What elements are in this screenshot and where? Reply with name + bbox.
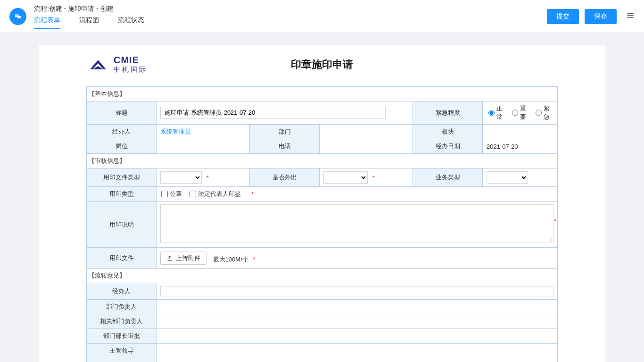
section-audit: 【审核信息】 [87,154,558,168]
urgency-radio-important[interactable]: 重要 [512,104,530,121]
page-title: 印章施印申请 [86,58,558,72]
label-op-approver: 批准人 [87,358,157,362]
op-approver-value [157,358,558,362]
label-seal-desc: 用印说明 [87,202,157,248]
op-handler-input[interactable] [160,286,553,296]
label-biz-type: 业务类型 [413,168,483,187]
label-handle-date: 经办日期 [413,139,483,154]
required-icon: * [253,256,255,263]
handle-date-value: 2021-07-20 [483,139,558,154]
tab-diagram[interactable]: 流程图 [79,16,99,29]
upload-hint: 最大100M/个 [213,256,248,263]
label-op-dept-chief: 部门部长审批 [87,329,157,344]
seal-desc-textarea[interactable] [160,204,553,243]
submit-button[interactable]: 提交 [547,9,579,24]
position-value [157,139,250,154]
required-icon: * [251,191,254,198]
form-header: CMIE 中机国际 印章施印申请 [86,55,558,74]
block-value [483,125,558,139]
op-dept-head-value [157,300,558,314]
breadcrumb: 流程:创建 - 施印申请 - 创建 [34,0,547,16]
file-type-select[interactable] [160,171,202,184]
label-title: 标题 [87,101,157,125]
required-icon: * [372,174,375,181]
label-urgency: 紧急程度 [413,101,483,125]
required-icon: * [206,174,209,181]
is-out-select[interactable] [323,171,368,184]
tab-bar: 流程表单 流程图 流程状态 [34,16,547,29]
label-block: 板块 [413,125,483,139]
op-rel-dept-head-value [157,314,558,329]
label-department: 部门 [250,125,320,139]
phone-value [320,139,413,154]
op-leader-value [157,344,558,358]
urgency-radio-urgent[interactable]: 紧急 [536,104,553,121]
upload-button[interactable]: 上传附件 [160,252,206,265]
handler-link[interactable]: 系统管理员 [160,128,191,135]
label-seal-type: 用印类型 [87,187,157,202]
upload-icon [166,255,173,261]
urgency-radio-group: 正常 重要 紧急 [487,104,553,121]
label-op-dept-head: 部门负责人 [87,300,157,314]
app-logo-icon [9,8,26,25]
label-op-rel-dept-head: 相关部门负责人 [87,314,157,329]
svg-marker-4 [96,60,100,64]
header-bar: 流程:创建 - 施印申请 - 创建 流程表单 流程图 流程状态 提交 保存 [0,0,644,33]
form-paper: CMIE 中机国际 印章施印申请 【基本信息】 标题 紧急程度 [39,45,605,362]
label-seal-file: 用印文件 [87,248,157,269]
section-basic: 【基本信息】 [87,87,558,101]
menu-icon[interactable] [626,11,635,21]
department-value [320,125,413,139]
urgency-radio-normal[interactable]: 正常 [488,104,506,121]
seal-legal-checkbox[interactable]: 法定代表人印鉴 [190,190,241,198]
required-icon: * [554,218,556,225]
label-handler: 经办人 [87,125,157,139]
tab-status[interactable]: 流程状态 [118,16,144,29]
tab-form[interactable]: 流程表单 [34,16,60,29]
label-op-handler: 经办人 [87,283,157,300]
label-is-out: 是否外出 [250,168,320,187]
content-wrapper: CMIE 中机国际 印章施印申请 【基本信息】 标题 紧急程度 [0,33,644,362]
section-flow: 【流转意见】 [87,269,558,283]
label-phone: 电话 [250,139,320,154]
biz-type-select[interactable] [487,171,528,184]
form-table: 【基本信息】 标题 紧急程度 正常 重要 紧急 经办人 系统管理员 [86,86,558,362]
save-button[interactable]: 保存 [585,9,617,24]
company-logo-mark-icon [86,57,110,72]
seal-official-checkbox[interactable]: 公章 [161,190,182,198]
title-input[interactable] [160,107,386,119]
header-actions: 提交 保存 [547,9,635,24]
label-position: 岗位 [87,139,157,154]
label-file-type: 用印文件类型 [87,168,157,187]
op-dept-chief-value [157,329,558,344]
label-op-leader: 主管领导 [87,344,157,358]
seal-type-checkbox-group: 公章 法定代表人印鉴 * [160,190,553,198]
